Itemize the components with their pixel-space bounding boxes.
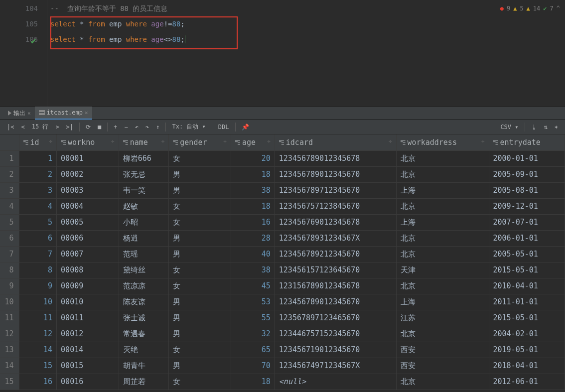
cell-workaddress[interactable]: 上海	[396, 294, 489, 310]
cell-gender[interactable]: 男	[169, 166, 231, 182]
cell-name[interactable]: 范瑶	[119, 246, 169, 262]
import-button[interactable]: ⇅	[541, 122, 551, 132]
cell-gender[interactable]: 男	[169, 358, 231, 374]
collapse-icon[interactable]: ^	[557, 1, 560, 16]
cell-age[interactable]: 18	[231, 374, 275, 390]
cell-id[interactable]: 11	[19, 310, 57, 326]
cell-workno[interactable]: 00012	[57, 326, 119, 342]
cell-name[interactable]: 灭绝	[119, 342, 169, 358]
cell-age[interactable]: 32	[231, 326, 275, 342]
column-header-age[interactable]: age÷	[231, 134, 275, 150]
cell-workno[interactable]: 00003	[57, 182, 119, 198]
inspection-status[interactable]: ●9 ▲5 ▲14 ✔7 ^	[500, 1, 560, 16]
cell-workno[interactable]: 00009	[57, 278, 119, 294]
cell-workno[interactable]: 00005	[57, 214, 119, 230]
stop-button[interactable]: ■	[95, 122, 104, 132]
cell-idcard[interactable]: 123456769012345678	[275, 214, 396, 230]
cell-workno[interactable]: 00001	[57, 150, 119, 166]
column-header-idcard[interactable]: idcard÷	[275, 134, 396, 150]
cell-age[interactable]: 45	[231, 278, 275, 294]
cell-id[interactable]: 12	[19, 326, 57, 342]
table-row[interactable]: 9900009范凉凉女45123156789012345678北京2010-04…	[0, 278, 565, 294]
cell-idcard[interactable]: 12345678931234567X	[275, 230, 396, 246]
table-row[interactable]: 151600016周芷若女18<null>北京2012-06-01	[0, 374, 565, 390]
first-page-button[interactable]: |<	[4, 122, 17, 132]
cell-name[interactable]: 周芷若	[119, 374, 169, 390]
cell-entrydate[interactable]: 2012-06-01	[489, 374, 565, 390]
code-editor[interactable]: ●9 ▲5 ▲14 ✔7 ^ -- 查询年龄不等于 88 的员工信息 selec…	[47, 0, 565, 107]
refresh-button[interactable]: ⟳	[83, 122, 94, 132]
cell-entrydate[interactable]: 2009-12-01	[489, 198, 565, 214]
data-grid[interactable]: id÷ workno÷ name÷ gender÷ age÷ idcard÷ w…	[0, 134, 565, 390]
ddl-button[interactable]: DDL	[215, 122, 232, 132]
cell-idcard[interactable]: <null>	[275, 374, 396, 390]
cell-gender[interactable]: 女	[169, 214, 231, 230]
cell-name[interactable]: 张士诚	[119, 310, 169, 326]
cell-age[interactable]: 20	[231, 150, 275, 166]
cell-workno[interactable]: 00007	[57, 246, 119, 262]
cell-id[interactable]: 4	[19, 198, 57, 214]
cell-entrydate[interactable]: 2006-01-01	[489, 230, 565, 246]
cell-entrydate[interactable]: 2005-09-01	[489, 166, 565, 182]
cell-age[interactable]: 16	[231, 214, 275, 230]
table-row[interactable]: 6600006杨逍男2812345678931234567X北京2006-01-…	[0, 230, 565, 246]
cell-entrydate[interactable]: 2018-04-01	[489, 358, 565, 374]
cell-workaddress[interactable]: 北京	[396, 166, 489, 182]
cell-idcard[interactable]: 12345674971234567X	[275, 358, 396, 374]
cell-entrydate[interactable]: 2015-05-01	[489, 310, 565, 326]
cell-id[interactable]: 6	[19, 230, 57, 246]
table-row[interactable]: 101000010陈友谅男53123456789012345670上海2011-…	[0, 294, 565, 310]
cell-idcard[interactable]: 123456789012345670	[275, 166, 396, 182]
cell-entrydate[interactable]: 2010-04-01	[489, 278, 565, 294]
cell-gender[interactable]: 男	[169, 294, 231, 310]
export-format-dropdown[interactable]: CSV ▾	[497, 122, 521, 132]
cell-name[interactable]: 赵敏	[119, 198, 169, 214]
cell-gender[interactable]: 女	[169, 198, 231, 214]
download-button[interactable]: ⭳	[528, 122, 540, 132]
tab-output[interactable]: 输出 ×	[4, 107, 35, 120]
cell-name[interactable]: 杨逍	[119, 230, 169, 246]
cell-entrydate[interactable]: 2000-01-01	[489, 150, 565, 166]
cell-id[interactable]: 7	[19, 246, 57, 262]
cell-age[interactable]: 40	[231, 246, 275, 262]
cell-name[interactable]: 柳岩666	[119, 150, 169, 166]
cell-workaddress[interactable]: 西安	[396, 358, 489, 374]
cell-age[interactable]: 18	[231, 198, 275, 214]
cell-workaddress[interactable]: 北京	[396, 150, 489, 166]
cell-gender[interactable]: 女	[169, 342, 231, 358]
cell-name[interactable]: 范凉凉	[119, 278, 169, 294]
cell-idcard[interactable]: 123567897123465670	[275, 310, 396, 326]
table-row[interactable]: 8800008黛绮丝女38123456157123645670天津2015-05…	[0, 262, 565, 278]
cell-gender[interactable]: 男	[169, 230, 231, 246]
cell-entrydate[interactable]: 2019-05-01	[489, 342, 565, 358]
redo-button[interactable]: ↷	[142, 122, 152, 132]
cell-workno[interactable]: 00014	[57, 342, 119, 358]
column-header-workaddress[interactable]: workaddress÷	[396, 134, 489, 150]
cell-workaddress[interactable]: 北京	[396, 246, 489, 262]
cell-name[interactable]: 黛绮丝	[119, 262, 169, 278]
cell-id[interactable]: 2	[19, 166, 57, 182]
table-row[interactable]: 141500015胡青牛男7012345674971234567X西安2018-…	[0, 358, 565, 374]
commit-button[interactable]: ↑	[153, 122, 162, 132]
cell-workno[interactable]: 00008	[57, 262, 119, 278]
remove-row-button[interactable]: −	[122, 122, 131, 132]
next-page-button[interactable]: >	[52, 122, 62, 132]
table-row[interactable]: 7700007范瑶男40123456789212345670北京2005-05-…	[0, 246, 565, 262]
cell-age[interactable]: 70	[231, 358, 275, 374]
cell-workno[interactable]: 00015	[57, 358, 119, 374]
row-count-label[interactable]: 15 行	[29, 121, 52, 132]
code-line[interactable]: select * from emp where age<>88;	[50, 32, 565, 47]
cell-gender[interactable]: 男	[169, 326, 231, 342]
cell-workno[interactable]: 00006	[57, 230, 119, 246]
prev-page-button[interactable]: <	[18, 122, 27, 132]
cell-idcard[interactable]: 123456789712345670	[275, 182, 396, 198]
table-row[interactable]: 131400014灭绝女65123456719012345670西安2019-0…	[0, 342, 565, 358]
cell-workaddress[interactable]: 天津	[396, 262, 489, 278]
cell-gender[interactable]: 女	[169, 262, 231, 278]
cell-workaddress[interactable]: 北京	[396, 230, 489, 246]
cell-workaddress[interactable]: 西安	[396, 342, 489, 358]
cell-id[interactable]: 8	[19, 262, 57, 278]
cell-gender[interactable]: 男	[169, 246, 231, 262]
cell-gender[interactable]: 男	[169, 182, 231, 198]
cell-idcard[interactable]: 123446757152345670	[275, 326, 396, 342]
